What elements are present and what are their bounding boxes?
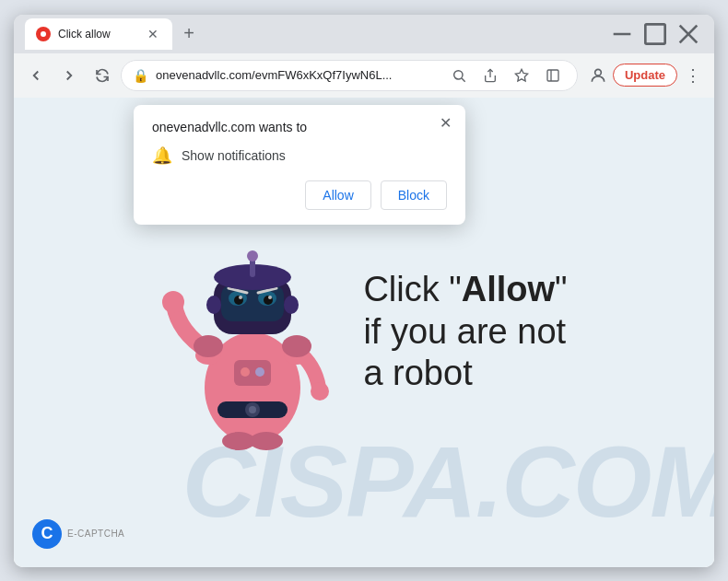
- svg-point-34: [311, 382, 329, 401]
- update-button[interactable]: Update: [613, 64, 677, 87]
- page-text-line3: a robot: [363, 353, 567, 395]
- browser-content: CISPA.COM: [14, 98, 714, 567]
- popup-notification-text: Show notifications: [182, 148, 286, 163]
- popup-notification-item: 🔔 Show notifications: [152, 145, 447, 166]
- page-background: CISPA.COM: [14, 98, 714, 567]
- page-text-line2: if you are not: [363, 311, 567, 354]
- ecaptcha-label: E-CAPTCHA: [67, 529, 124, 539]
- svg-point-35: [194, 335, 223, 357]
- page-text-allow: Allow: [462, 270, 555, 308]
- svg-point-39: [255, 367, 264, 377]
- tab-area: Click allow ✕ +: [25, 18, 600, 50]
- address-icons: [446, 63, 566, 88]
- title-bar: Click allow ✕ +: [14, 15, 714, 53]
- svg-point-4: [454, 70, 463, 78]
- window-maximize-button[interactable]: [640, 19, 670, 49]
- svg-rect-1: [645, 24, 664, 43]
- nav-bar: 🔒 onevenadvllc.com/evmFW6xKxQf7IywN6L...: [14, 53, 714, 98]
- robot-svg: [160, 203, 345, 461]
- svg-rect-37: [234, 360, 271, 386]
- allow-button[interactable]: Allow: [305, 180, 370, 210]
- active-tab[interactable]: Click allow ✕: [25, 18, 172, 50]
- ecaptcha-icon: C: [32, 519, 62, 549]
- ecaptcha-logo: C E-CAPTCHA: [32, 519, 124, 549]
- reload-button[interactable]: [88, 61, 117, 90]
- forward-button[interactable]: [54, 61, 84, 90]
- search-icon[interactable]: [446, 63, 472, 88]
- bell-icon: 🔔: [152, 145, 172, 166]
- profile-icon[interactable]: [585, 63, 611, 88]
- address-bar[interactable]: 🔒 onevenadvllc.com/evmFW6xKxQf7IywN6L...: [121, 60, 578, 91]
- svg-point-41: [250, 432, 283, 450]
- main-content: Click "Allow" if you are not a robot: [142, 185, 585, 480]
- page-text-line1: Click "Allow": [363, 269, 567, 311]
- svg-point-38: [241, 367, 250, 377]
- popup-buttons: Allow Block: [152, 180, 447, 210]
- svg-rect-8: [547, 70, 558, 81]
- popup-close-button[interactable]: ✕: [434, 112, 456, 134]
- back-button[interactable]: [21, 61, 51, 90]
- popup-title: onevenadvllc.com wants to: [152, 120, 447, 134]
- share-icon[interactable]: [477, 63, 503, 88]
- svg-point-31: [206, 296, 221, 314]
- tab-favicon: [36, 27, 51, 41]
- svg-marker-7: [515, 69, 527, 81]
- nav-right: Update ⋮: [585, 62, 707, 89]
- robot-illustration: [160, 203, 345, 461]
- bookmark-icon[interactable]: [509, 63, 534, 88]
- browser-window: Click allow ✕ +: [14, 15, 714, 567]
- address-text: onevenadvllc.com/evmFW6xKxQf7IywN6L...: [156, 68, 439, 82]
- lock-icon: 🔒: [133, 68, 148, 83]
- more-menu-button[interactable]: ⋮: [679, 62, 707, 89]
- svg-line-5: [462, 78, 465, 82]
- svg-point-14: [249, 406, 256, 413]
- svg-point-32: [284, 296, 299, 314]
- window-minimize-button[interactable]: [607, 19, 637, 49]
- page-text: Click "Allow" if you are not a robot: [363, 269, 567, 395]
- svg-point-30: [247, 250, 258, 261]
- svg-point-36: [282, 335, 311, 357]
- svg-point-25: [268, 296, 272, 299]
- block-button[interactable]: Block: [381, 180, 447, 210]
- tab-title: Click allow: [58, 28, 137, 41]
- tab-icon[interactable]: [540, 63, 566, 88]
- tab-close-button[interactable]: ✕: [145, 26, 161, 42]
- title-bar-controls: [607, 19, 703, 49]
- svg-point-33: [162, 291, 184, 313]
- svg-point-10: [595, 69, 602, 76]
- new-tab-button[interactable]: +: [176, 21, 202, 47]
- svg-point-24: [239, 296, 242, 299]
- permission-popup: ✕ onevenadvllc.com wants to 🔔 Show notif…: [134, 105, 465, 225]
- window-close-button[interactable]: [674, 19, 703, 49]
